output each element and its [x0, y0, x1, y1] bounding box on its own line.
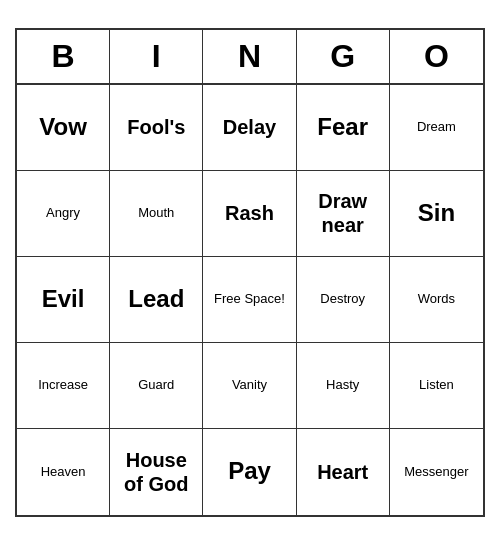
cell-text: Rash	[225, 201, 274, 225]
cell-text: House of God	[114, 448, 198, 496]
cell-text: Draw near	[301, 189, 385, 237]
bingo-cell: Rash	[203, 171, 296, 257]
cell-text: Guard	[138, 377, 174, 393]
bingo-cell: Vow	[17, 85, 110, 171]
bingo-cell: Destroy	[297, 257, 390, 343]
bingo-cell: Mouth	[110, 171, 203, 257]
cell-text: Delay	[223, 115, 276, 139]
bingo-cell: Dream	[390, 85, 483, 171]
cell-text: Increase	[38, 377, 88, 393]
cell-text: Fool's	[127, 115, 185, 139]
header-letter: I	[110, 30, 203, 83]
cell-text: Evil	[42, 285, 85, 314]
cell-text: Angry	[46, 205, 80, 221]
header-letter: B	[17, 30, 110, 83]
cell-text: Words	[418, 291, 455, 307]
bingo-cell: Increase	[17, 343, 110, 429]
bingo-card: BINGO VowFool'sDelayFearDreamAngryMouthR…	[15, 28, 485, 517]
cell-text: Heaven	[41, 464, 86, 480]
bingo-header: BINGO	[17, 30, 483, 85]
cell-text: Lead	[128, 285, 184, 314]
cell-text: Hasty	[326, 377, 359, 393]
cell-text: Dream	[417, 119, 456, 135]
bingo-cell: House of God	[110, 429, 203, 515]
bingo-cell: Listen	[390, 343, 483, 429]
bingo-cell: Angry	[17, 171, 110, 257]
bingo-cell: Pay	[203, 429, 296, 515]
bingo-cell: Heart	[297, 429, 390, 515]
cell-text: Messenger	[404, 464, 468, 480]
cell-text: Mouth	[138, 205, 174, 221]
cell-text: Sin	[418, 199, 455, 228]
cell-text: Free Space!	[214, 291, 285, 307]
bingo-cell: Heaven	[17, 429, 110, 515]
bingo-grid: VowFool'sDelayFearDreamAngryMouthRashDra…	[17, 85, 483, 515]
cell-text: Pay	[228, 457, 271, 486]
bingo-cell: Fear	[297, 85, 390, 171]
header-letter: N	[203, 30, 296, 83]
bingo-cell: Free Space!	[203, 257, 296, 343]
bingo-cell: Hasty	[297, 343, 390, 429]
header-letter: O	[390, 30, 483, 83]
bingo-cell: Draw near	[297, 171, 390, 257]
header-letter: G	[297, 30, 390, 83]
bingo-cell: Vanity	[203, 343, 296, 429]
cell-text: Vanity	[232, 377, 267, 393]
cell-text: Listen	[419, 377, 454, 393]
bingo-cell: Lead	[110, 257, 203, 343]
cell-text: Destroy	[320, 291, 365, 307]
bingo-cell: Evil	[17, 257, 110, 343]
bingo-cell: Delay	[203, 85, 296, 171]
cell-text: Fear	[317, 113, 368, 142]
cell-text: Heart	[317, 460, 368, 484]
cell-text: Vow	[39, 113, 87, 142]
bingo-cell: Messenger	[390, 429, 483, 515]
bingo-cell: Words	[390, 257, 483, 343]
bingo-cell: Fool's	[110, 85, 203, 171]
bingo-cell: Guard	[110, 343, 203, 429]
bingo-cell: Sin	[390, 171, 483, 257]
